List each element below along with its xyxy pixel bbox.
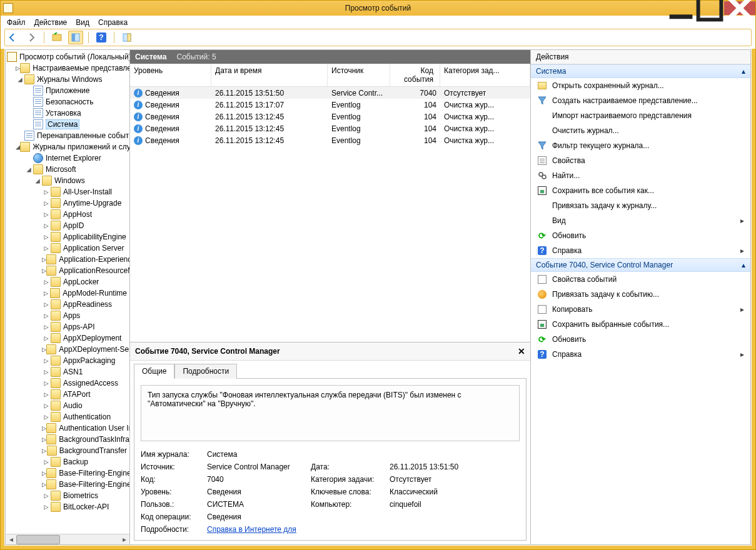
- expander-icon[interactable]: ▷: [42, 210, 51, 219]
- tree-node[interactable]: ▷AppModel-Runtime: [6, 288, 129, 299]
- tree-node[interactable]: ▷All-User-Install: [6, 186, 129, 198]
- tree-node[interactable]: ▷Backup: [6, 456, 129, 468]
- menu-view[interactable]: Вид: [76, 18, 89, 27]
- expander-icon[interactable]: ▷: [42, 266, 46, 275]
- tree-node[interactable]: ▷Application Server: [6, 242, 129, 254]
- menu-file[interactable]: Файл: [7, 18, 26, 27]
- action-create-view[interactable]: Создать настраиваемое представление...: [531, 93, 750, 108]
- action-import-view[interactable]: Импорт настраиваемого представления: [531, 108, 750, 123]
- expander-icon[interactable]: ▷: [42, 345, 46, 354]
- action-save-selected[interactable]: Сохранить выбранные события...: [531, 317, 750, 332]
- tree-windows-logs[interactable]: ◢Журналы Windows: [6, 74, 129, 85]
- show-hide-tree-button[interactable]: [49, 31, 64, 44]
- tree-node[interactable]: ▷ApplicationResourceManagement: [6, 265, 129, 276]
- col-level[interactable]: Уровень: [130, 64, 211, 86]
- expander-icon[interactable]: ▷: [42, 255, 46, 264]
- expander-icon[interactable]: ▷: [42, 188, 51, 196]
- tree-node[interactable]: ▷Biometrics: [6, 490, 129, 501]
- col-date[interactable]: Дата и время: [211, 64, 328, 86]
- more-info-link[interactable]: Справка в Интернете для: [207, 525, 296, 534]
- action-view[interactable]: Вид▸: [531, 213, 750, 228]
- properties-button[interactable]: [68, 31, 83, 44]
- actions-section-system[interactable]: Система▴: [531, 64, 750, 78]
- action-find[interactable]: Найти...: [531, 168, 750, 183]
- expander-icon[interactable]: ▷: [42, 232, 51, 241]
- tree-node[interactable]: ▷ApplicabilityEngine: [6, 231, 129, 242]
- tree-node[interactable]: ▷BackgroundTaskInfrastructure: [6, 434, 129, 445]
- tab-details[interactable]: Подробности: [174, 364, 237, 379]
- tree-hscrollbar[interactable]: ◂ ▸: [6, 534, 129, 544]
- scroll-right-icon[interactable]: ▸: [119, 535, 129, 544]
- tree-node[interactable]: ▷Authentication: [6, 411, 129, 422]
- table-row[interactable]: iСведения26.11.2015 13:51:50Service Cont…: [130, 87, 530, 99]
- tree-node[interactable]: ▷Base-Filtering-Engine: [6, 468, 129, 479]
- action-refresh[interactable]: ⟳Обновить: [531, 228, 750, 243]
- tree-forwarded[interactable]: Перенаправленные события: [6, 130, 129, 141]
- tree-node[interactable]: ▷Apps-API: [6, 321, 129, 332]
- tree-node[interactable]: ▷ASN1: [6, 366, 129, 378]
- menu-help[interactable]: Справка: [98, 18, 128, 27]
- tree-node[interactable]: ▷Audio: [6, 400, 129, 411]
- tree-node[interactable]: ▷AppHost: [6, 209, 129, 220]
- action-properties[interactable]: Свойства: [531, 153, 750, 168]
- tree-node[interactable]: ▷AppReadiness: [6, 299, 129, 310]
- expander-icon[interactable]: ▷: [42, 244, 51, 252]
- action-attach-task-event[interactable]: Привязать задачу к событию...: [531, 287, 750, 302]
- expander-icon[interactable]: ▷: [42, 278, 51, 286]
- tree-node[interactable]: ▷AppLocker: [6, 276, 129, 288]
- tree-root[interactable]: Просмотр событий (Локальный): [6, 51, 129, 62]
- action-help[interactable]: ?Справка▸: [531, 243, 750, 258]
- help-button[interactable]: ?: [94, 31, 109, 44]
- tree-node[interactable]: ▷BackgroundTransfer: [6, 445, 129, 456]
- expander-icon[interactable]: ◢: [16, 75, 24, 84]
- tree-node[interactable]: ▷AppXDeployment-Server: [6, 344, 129, 355]
- expander-icon[interactable]: ▷: [42, 480, 46, 489]
- action-attach-task[interactable]: Привязать задачу к журналу...: [531, 198, 750, 213]
- action-clear-log[interactable]: Очистить журнал...: [531, 123, 750, 138]
- action-event-properties[interactable]: Свойства событий: [531, 272, 750, 287]
- tree-application[interactable]: Приложение: [6, 85, 129, 96]
- expander-icon[interactable]: ▷: [42, 322, 51, 331]
- tree-internet-explorer[interactable]: Internet Explorer: [6, 152, 129, 164]
- tree-app-service-logs[interactable]: ◢Журналы приложений и служб: [6, 141, 129, 152]
- action-open-saved[interactable]: Открыть сохраненный журнал...: [531, 78, 750, 93]
- tab-general[interactable]: Общие: [134, 364, 174, 379]
- back-button[interactable]: [5, 31, 20, 44]
- expander-icon[interactable]: ▷: [42, 435, 46, 444]
- tree-custom-views[interactable]: ▷Настраиваемые представления: [6, 62, 129, 74]
- tree-security[interactable]: Безопасность: [6, 96, 129, 108]
- table-row[interactable]: iСведения26.11.2015 13:12:45Eventlog104О…: [130, 122, 530, 134]
- menu-action[interactable]: Действие: [34, 18, 68, 27]
- tree-node[interactable]: ▷ATAPort: [6, 389, 129, 400]
- detail-close-button[interactable]: ✕: [518, 346, 525, 356]
- tree-microsoft[interactable]: ◢Microsoft: [6, 164, 129, 175]
- expander-icon[interactable]: ▷: [42, 199, 51, 208]
- scroll-left-icon[interactable]: ◂: [6, 535, 16, 544]
- expander-icon[interactable]: ▷: [42, 356, 51, 365]
- expander-icon[interactable]: ▷: [42, 379, 51, 388]
- table-row[interactable]: iСведения26.11.2015 13:12:45Eventlog104О…: [130, 111, 530, 122]
- tree-node[interactable]: ▷Authentication User Interface: [6, 422, 129, 434]
- tree-setup[interactable]: Установка: [6, 108, 129, 119]
- expander-icon[interactable]: ▷: [42, 334, 51, 342]
- tree-windows[interactable]: ◢Windows: [6, 175, 129, 186]
- tree-node[interactable]: ▷AppID: [6, 220, 129, 231]
- tree-system[interactable]: Система: [6, 119, 129, 130]
- tree-node[interactable]: ▷Base-Filtering-Engine-Connections: [6, 479, 129, 490]
- col-source[interactable]: Источник: [328, 64, 390, 86]
- expander-icon[interactable]: ▷: [42, 469, 46, 478]
- action-help-2[interactable]: ?Справка▸: [531, 347, 750, 362]
- grid-columns[interactable]: Уровень Дата и время Источник Код событи…: [130, 64, 530, 87]
- expander-icon[interactable]: ◢: [33, 176, 42, 185]
- tree-node[interactable]: ▷Apps: [6, 310, 129, 321]
- table-row[interactable]: iСведения26.11.2015 13:17:07Eventlog104О…: [130, 99, 530, 111]
- titlebar[interactable]: Просмотр событий: [1, 1, 755, 16]
- expander-icon[interactable]: ▷: [42, 458, 51, 466]
- expander-icon[interactable]: ▷: [42, 424, 46, 432]
- col-category[interactable]: Категория зад...: [440, 64, 530, 86]
- action-filter[interactable]: Фильтр текущего журнала...: [531, 138, 750, 153]
- expander-icon[interactable]: ▷: [42, 502, 51, 511]
- tree-node[interactable]: ▷AppXDeployment: [6, 332, 129, 344]
- expander-icon[interactable]: ▷: [42, 446, 47, 455]
- action-refresh-2[interactable]: ⟳Обновить: [531, 332, 750, 347]
